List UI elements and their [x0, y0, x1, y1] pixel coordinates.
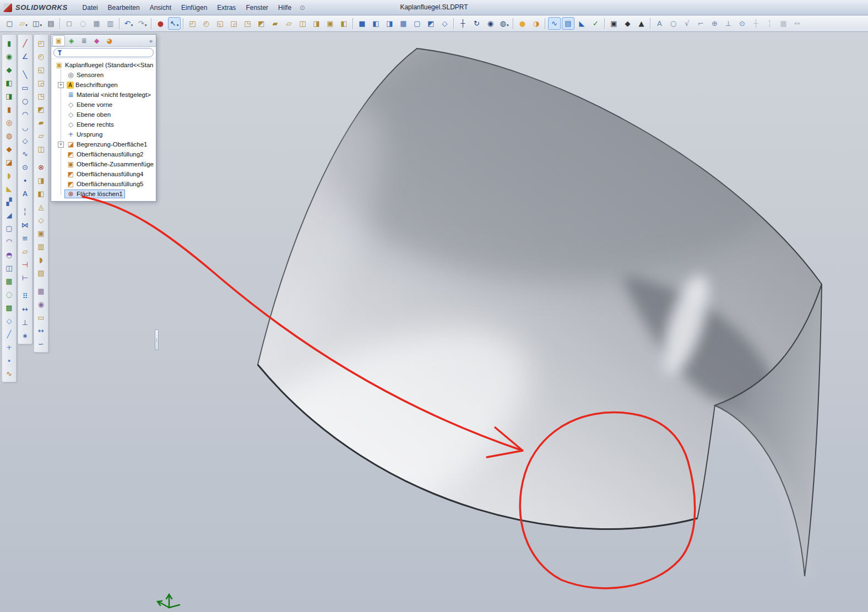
dropdown-caret[interactable]: ▾	[131, 23, 133, 29]
draft-icon[interactable]: ◢	[3, 209, 15, 221]
move-entities-icon[interactable]: ↔	[19, 303, 31, 315]
knit-surface-icon[interactable]: ▣	[324, 17, 337, 30]
revolved-boss-icon[interactable]: ◉	[3, 50, 15, 62]
datum-target-icon[interactable]: ⊙	[736, 17, 748, 30]
open-icon[interactable]: ▱▾	[17, 17, 30, 30]
menu-einfuegen[interactable]: Einfügen	[176, 2, 212, 13]
tree-item-oberflaeche-zusammenfuegen1[interactable]: ▣Oberfläche-Zusammenfügen	[51, 159, 156, 169]
extruded-surface-icon[interactable]: ◰	[35, 37, 47, 49]
print-preview-icon[interactable]: ◻	[63, 17, 75, 30]
tree-item-sensoren[interactable]: ◎Sensoren	[51, 70, 156, 80]
tree-item-kaplanfluegel-root[interactable]: ▣Kaplanfluegel (Standard<<Stan	[51, 60, 156, 70]
spline-icon[interactable]: ∿	[19, 148, 31, 160]
tree-item-ebene-oben[interactable]: ◇Ebene oben	[51, 110, 156, 120]
dropdown-caret[interactable]: ▾	[25, 23, 28, 29]
tree-item-material[interactable]: ≣Material <nicht festgelegt>	[51, 90, 156, 100]
perspective-icon[interactable]: ◇	[438, 17, 451, 30]
display-relations-icon[interactable]: ⊥	[19, 316, 31, 328]
shaded-icon[interactable]: ◨	[383, 17, 396, 30]
menu-bearbeiten[interactable]: Bearbeiten	[103, 2, 145, 13]
mirror-entities-icon[interactable]: ⋈	[19, 219, 31, 231]
coordinate-system-icon[interactable]: +	[3, 341, 15, 353]
tab-overflow-chevron[interactable]: »	[147, 37, 155, 44]
wrap-icon[interactable]: ◠	[3, 235, 15, 247]
ruled-surface-icon[interactable]: ◫	[35, 143, 47, 155]
polygon-icon[interactable]: ◇	[19, 134, 31, 147]
surface-finish-icon[interactable]: √	[681, 17, 693, 30]
rectangle-icon[interactable]: ▭	[19, 82, 31, 94]
dropdown-caret[interactable]: ▾	[177, 23, 179, 29]
tree-item-oberflaechenausfuellung4[interactable]: ◩Oberflächenausfüllung4	[51, 169, 156, 179]
save-icon[interactable]: ◫▾	[31, 17, 44, 30]
zebra-stripes-icon[interactable]: ▤	[562, 17, 574, 30]
expand-toggle[interactable]: +	[58, 142, 64, 148]
tree-item-ebene-rechts[interactable]: ◇Ebene rechts	[51, 120, 156, 129]
panel-splitter-grip[interactable]: ⁝	[155, 329, 159, 350]
fillet-icon[interactable]: ◗	[3, 169, 15, 181]
hidden-lines-icon[interactable]: ▦	[397, 17, 410, 30]
lofted-boss-icon[interactable]: ◧	[3, 77, 15, 89]
rotate-view-icon[interactable]: ↻	[470, 17, 483, 30]
check-geometry-icon[interactable]: ✓	[589, 17, 602, 30]
offset-surface-icon[interactable]: ▱	[283, 17, 295, 30]
menu-fenster[interactable]: Fenster	[241, 2, 273, 13]
circle-icon[interactable]: ○	[19, 95, 31, 107]
extruded-surface-icon[interactable]: ◰	[186, 17, 199, 30]
dome-icon[interactable]: ◓	[3, 248, 15, 261]
zoom-fit-icon[interactable]: ◉	[484, 17, 497, 30]
rib-icon[interactable]: ▞	[3, 196, 15, 208]
revolved-cut-icon[interactable]: ◍	[3, 129, 15, 142]
helix-icon[interactable]: ∿	[3, 367, 15, 380]
view-orientation-icon[interactable]: ■	[356, 17, 368, 30]
centerline-icon[interactable]: ╎	[763, 17, 776, 30]
filter-input[interactable]	[65, 49, 150, 57]
expand-toggle[interactable]: +	[58, 82, 64, 88]
edrawings-icon[interactable]: ◆	[621, 17, 634, 30]
repair-sketch-icon[interactable]: ∗	[19, 329, 31, 342]
radiate-surface-icon[interactable]: ◉	[35, 298, 47, 310]
extruded-cut-icon[interactable]: ▮	[3, 103, 15, 115]
tree-item-beschriftungen[interactable]: +ABeschriftungen	[51, 80, 156, 90]
tree-item-ursprung[interactable]: +Ursprung	[51, 129, 156, 139]
trim-surface-icon[interactable]: ◬	[35, 201, 47, 213]
propertymanager-tab[interactable]: ◈	[65, 35, 78, 46]
sketch-icon[interactable]: ╱	[19, 37, 31, 49]
menu-hilfe[interactable]: Hilfe	[273, 2, 296, 13]
configurationmanager-tab[interactable]: ≣	[78, 35, 90, 46]
move-face-icon[interactable]: ↔	[35, 324, 47, 337]
sketch-driven-pattern-icon[interactable]: ▩	[3, 301, 15, 313]
extend-entities-icon[interactable]: ⊢	[19, 272, 31, 284]
offset-entities-icon[interactable]: ▱	[19, 245, 31, 257]
thicken-icon[interactable]: ▥	[35, 240, 47, 252]
tangent-arc-icon[interactable]: ◡	[19, 121, 31, 133]
swept-surface-icon[interactable]: ◱	[35, 63, 47, 75]
appearance-icon[interactable]: ●	[516, 17, 529, 30]
new-document-icon[interactable]: ▢	[3, 17, 16, 30]
swept-surface-icon[interactable]: ◱	[214, 17, 226, 30]
extend-surface-icon[interactable]: ◧	[35, 187, 47, 199]
print3d-icon[interactable]: ▲	[635, 17, 648, 30]
ruled-surface-icon[interactable]: ◫	[296, 17, 309, 30]
dimension-icon[interactable]: ↔	[791, 17, 804, 30]
intersection-curve-icon[interactable]: ∽	[35, 338, 47, 350]
lofted-surface-icon[interactable]: ◲	[227, 17, 240, 30]
boundary-surface-icon[interactable]: ◳	[35, 90, 47, 102]
displaymanager-tab[interactable]: ◕	[103, 35, 116, 46]
datum-feature-icon[interactable]: ⊥	[722, 17, 735, 30]
center-mark-icon[interactable]: ┼	[750, 17, 762, 30]
delete-face-icon[interactable]: ⊗	[35, 161, 47, 173]
flatten-surface-icon[interactable]: ▭	[35, 311, 47, 323]
shaded-with-edges-icon[interactable]: ◧	[370, 17, 382, 30]
dropdown-caret[interactable]: ▾	[145, 23, 147, 29]
tree-item-begrenzung-oberflaeche1[interactable]: +◪Begrenzung-Oberfläche1	[51, 139, 156, 149]
shell-icon[interactable]: ▢	[3, 222, 15, 234]
lofted-surface-icon[interactable]: ◲	[35, 77, 47, 89]
dropdown-caret[interactable]: ▾	[507, 23, 509, 29]
planar-surface-icon[interactable]: ▰	[269, 17, 281, 30]
fillet-surface-icon[interactable]: ◗	[35, 253, 47, 266]
linear-pattern-icon[interactable]: ▦	[3, 275, 15, 287]
table-icon[interactable]: ▦	[777, 17, 790, 30]
ellipse-icon[interactable]: ⊙	[19, 161, 31, 173]
print-icon[interactable]: ▤	[45, 17, 57, 30]
zoom-area-icon[interactable]: ◍▾	[498, 17, 511, 30]
